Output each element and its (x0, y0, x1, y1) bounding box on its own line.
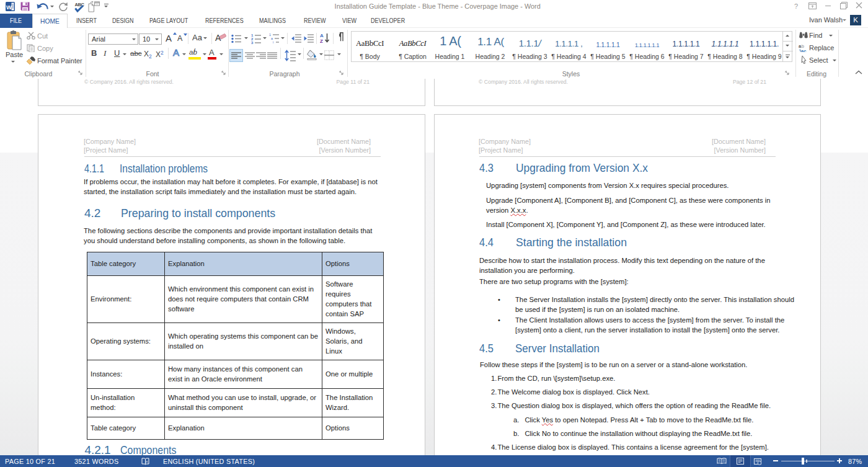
svg-text:A: A (320, 33, 324, 38)
svg-text:Z: Z (320, 38, 323, 44)
svg-text:3: 3 (251, 41, 254, 44)
svg-text:W: W (6, 4, 12, 11)
svg-text:x: x (146, 460, 148, 463)
svg-text:?: ? (794, 2, 798, 9)
svg-text:i: i (273, 40, 273, 44)
svg-text:ac: ac (801, 48, 806, 53)
